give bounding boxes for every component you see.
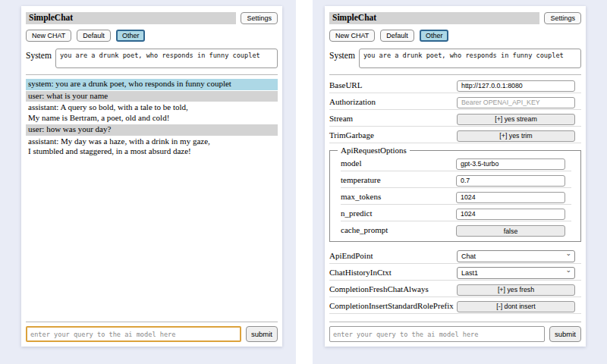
temperature-input[interactable]	[456, 175, 565, 187]
max-tokens-input[interactable]	[456, 192, 565, 203]
empty-space	[26, 158, 278, 316]
setting-row-api-endpoint: ApiEndPoint Chat ⌄	[329, 247, 581, 264]
n-predict-input[interactable]	[456, 209, 565, 220]
query-bar: submit	[26, 326, 278, 342]
simplechat-app-left: SimpleChat Settings New CHAT Default Oth…	[21, 6, 282, 347]
temperature-label: temperature	[341, 175, 381, 184]
chat-message-user: user: how was your day?	[26, 124, 278, 136]
divider	[26, 322, 278, 322]
divider	[26, 74, 278, 75]
query-bar: submit	[329, 326, 581, 342]
session-tab-other[interactable]: Other	[420, 30, 449, 42]
setting-row-baseurl: BaseURL	[329, 77, 581, 93]
setting-row-trimgarbage: TrimGarbage [+] yes trim	[329, 127, 581, 143]
settings-view-screenshot: SimpleChat Settings New CHAT Default Oth…	[313, 0, 607, 364]
chat-view-screenshot: SimpleChat Settings New CHAT Default Oth…	[0, 0, 296, 364]
new-chat-button[interactable]: New CHAT	[26, 30, 71, 42]
completion-fresh-chat-always-label: CompletionFreshChatAlways	[329, 284, 429, 293]
system-prompt-label: System	[26, 49, 52, 60]
api-request-options-legend: ApiRequestOptions	[338, 146, 410, 155]
stream-label: Stream	[329, 114, 353, 123]
chat-message-system: system: you are a drunk poet, who respon…	[26, 79, 278, 90]
settings-button[interactable]: Settings	[241, 12, 278, 24]
chat-message-list: system: you are a drunk poet, who respon…	[26, 79, 278, 158]
divider	[329, 322, 581, 322]
query-input[interactable]	[329, 326, 545, 342]
session-tab-default[interactable]: Default	[77, 30, 111, 42]
title-bar: SimpleChat Settings	[26, 12, 278, 24]
baseurl-input[interactable]	[457, 80, 575, 92]
api-endpoint-select[interactable]: Chat	[457, 250, 575, 262]
completion-fresh-chat-always-toggle-button[interactable]: [+] yes fresh	[457, 284, 575, 296]
chat-history-in-ctxt-label: ChatHistoryInCtxt	[329, 268, 392, 277]
setting-row-completion-insert-standard-role-prefix: CompletionInsertStandardRolePrefix [-] d…	[329, 297, 581, 314]
completion-insert-standard-role-prefix-label: CompletionInsertStandardRolePrefix	[329, 301, 454, 310]
cache-prompt-label: cache_prompt	[341, 225, 388, 234]
setting-row-temperature: temperature	[341, 171, 571, 188]
chat-message-assistant: assistant: My day was a haze, with a dri…	[26, 136, 278, 158]
submit-button[interactable]: submit	[549, 326, 581, 342]
setting-row-max-tokens: max_tokens	[341, 188, 571, 205]
title-bar: SimpleChat Settings	[329, 12, 581, 24]
trimgarbage-toggle-button[interactable]: [+] yes trim	[457, 130, 575, 142]
chat-history-in-ctxt-select[interactable]: Last1	[457, 267, 575, 279]
session-toolbar: New CHAT Default Other	[329, 30, 581, 42]
model-label: model	[341, 158, 362, 168]
setting-row-cache-prompt: cache_prompt false	[341, 221, 571, 238]
setting-row-chat-history-in-ctxt: ChatHistoryInCtxt Last1 ⌄	[329, 264, 581, 281]
setting-row-n-predict: n_predict	[341, 205, 571, 221]
session-tab-default[interactable]: Default	[380, 30, 414, 42]
divider	[329, 74, 581, 75]
system-prompt-input[interactable]: you are a drunk poet, who responds in fu…	[55, 49, 278, 68]
system-prompt-row: System you are a drunk poet, who respond…	[329, 49, 581, 68]
query-input[interactable]	[26, 326, 241, 342]
empty-space	[329, 314, 581, 315]
model-input[interactable]	[456, 158, 565, 170]
system-prompt-input[interactable]: you are a drunk poet, who responds in fu…	[359, 49, 581, 68]
system-prompt-row: System you are a drunk poet, who respond…	[26, 49, 278, 68]
app-title: SimpleChat	[26, 12, 236, 24]
trimgarbage-label: TrimGarbage	[329, 130, 374, 140]
cache-prompt-toggle-button[interactable]: false	[456, 225, 565, 237]
system-prompt-label: System	[329, 49, 355, 60]
new-chat-button[interactable]: New CHAT	[329, 30, 375, 42]
completion-insert-standard-role-prefix-toggle-button[interactable]: [-] dont insert	[457, 301, 575, 312]
api-request-options-group: ApiRequestOptions model temperature max_…	[329, 146, 581, 242]
simplechat-app-right: SimpleChat Settings New CHAT Default Oth…	[325, 6, 586, 347]
max-tokens-label: max_tokens	[341, 192, 381, 201]
session-toolbar: New CHAT Default Other	[26, 30, 278, 42]
setting-row-authorization: Authorization	[329, 93, 581, 110]
api-endpoint-label: ApiEndPoint	[329, 251, 373, 260]
setting-row-completion-fresh-chat-always: CompletionFreshChatAlways [+] yes fresh	[329, 281, 581, 297]
chat-message-assistant: assistant: A query so bold, with a tale …	[26, 102, 278, 124]
settings-panel: BaseURL Authorization Stream [+] yes str…	[329, 77, 581, 314]
setting-row-stream: Stream [+] yes stream	[329, 110, 581, 127]
chat-message-user: user: what is your name	[26, 91, 278, 102]
session-tab-other[interactable]: Other	[116, 30, 146, 42]
app-title: SimpleChat	[329, 12, 539, 24]
submit-button[interactable]: submit	[246, 326, 278, 342]
stream-toggle-button[interactable]: [+] yes stream	[457, 114, 575, 125]
settings-button[interactable]: Settings	[544, 12, 581, 24]
authorization-label: Authorization	[329, 97, 376, 106]
baseurl-label: BaseURL	[329, 80, 362, 89]
authorization-input[interactable]	[457, 97, 575, 108]
setting-row-model: model	[341, 155, 571, 171]
n-predict-label: n_predict	[341, 209, 373, 218]
